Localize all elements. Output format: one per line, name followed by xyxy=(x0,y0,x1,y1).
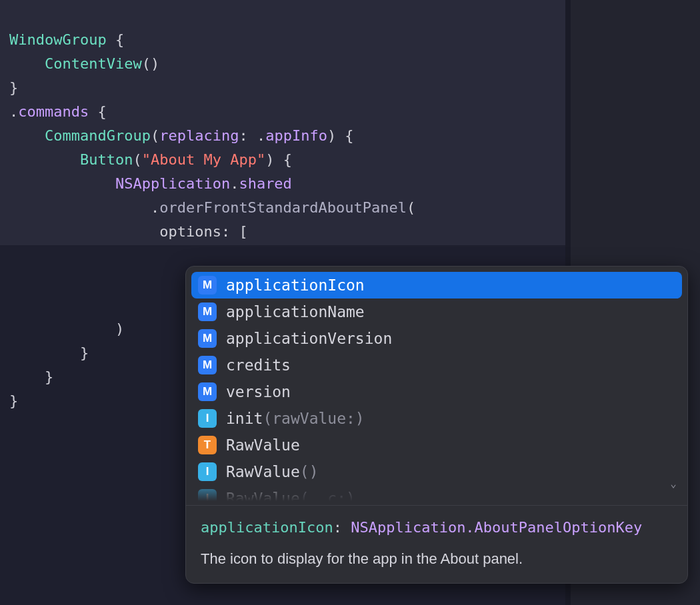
autocomplete-item-label: applicationName xyxy=(226,300,365,324)
initializer-badge-icon: I xyxy=(198,462,217,481)
initializer-badge-icon: I xyxy=(198,489,217,501)
code-token: } xyxy=(9,79,18,96)
code-token: ( xyxy=(407,199,415,216)
member-badge-icon: M xyxy=(198,356,217,374)
autocomplete-item-label: RawValue xyxy=(226,460,300,484)
code-token: options xyxy=(159,223,221,240)
code-token xyxy=(9,127,45,144)
autocomplete-item-init[interactable]: I init (rawValue:) xyxy=(191,405,682,432)
autocomplete-item-signature: (_ c:) xyxy=(300,486,355,501)
code-token: () xyxy=(142,55,160,72)
autocomplete-item-RawValue-init[interactable]: I RawValue () xyxy=(191,458,682,485)
autocomplete-item-label: applicationVersion xyxy=(226,326,392,350)
code-token xyxy=(9,175,115,192)
autocomplete-item-RawValue-init2[interactable]: I RawValue (_ c:) xyxy=(191,485,682,501)
code-token xyxy=(9,223,159,240)
member-badge-icon: M xyxy=(198,276,217,295)
autocomplete-item-label: credits xyxy=(226,353,291,377)
autocomplete-list[interactable]: M applicationIcon M applicationName M ap… xyxy=(186,267,687,501)
code-token: commands xyxy=(18,103,89,120)
code-token xyxy=(9,151,80,168)
code-token: : [ xyxy=(221,223,248,240)
autocomplete-item-label: init xyxy=(226,406,263,430)
code-token: CommandGroup xyxy=(45,127,151,144)
code-token: : . xyxy=(239,127,265,144)
code-token: . xyxy=(9,273,203,289)
code-token: } xyxy=(9,392,18,409)
autocomplete-doc-panel: applicationIcon: NSApplication.AboutPane… xyxy=(186,506,687,583)
code-token: appInfo xyxy=(265,127,327,144)
doc-signature-name: applicationIcon xyxy=(201,519,333,536)
code-token: ) { xyxy=(265,151,292,168)
autocomplete-item-applicationIcon[interactable]: M applicationIcon xyxy=(191,272,682,299)
code-token xyxy=(9,55,45,72)
autocomplete-item-signature: () xyxy=(300,460,319,484)
autocomplete-item-label: version xyxy=(226,380,291,404)
code-token: ( xyxy=(133,151,141,168)
code-token: } xyxy=(9,368,53,385)
autocomplete-item-version[interactable]: M version xyxy=(191,378,682,405)
autocomplete-item-applicationVersion[interactable]: M applicationVersion xyxy=(191,325,682,352)
doc-signature-sep: : xyxy=(333,519,351,536)
code-token: ContentView xyxy=(45,55,142,72)
member-badge-icon: M xyxy=(198,382,217,401)
member-badge-icon: M xyxy=(198,302,217,321)
doc-description: The icon to display for the app in the A… xyxy=(201,548,673,570)
code-token: shared xyxy=(239,175,291,192)
code-token: replacing xyxy=(159,127,239,144)
code-token: . xyxy=(9,199,159,216)
autocomplete-item-RawValue-type[interactable]: T RawValue xyxy=(191,432,682,458)
autocomplete-item-signature: (rawValue:) xyxy=(263,406,364,430)
autocomplete-item-credits[interactable]: M credits xyxy=(191,352,682,378)
code-token: . xyxy=(230,175,239,192)
type-badge-icon: T xyxy=(198,436,217,454)
code-token: { xyxy=(107,31,125,48)
initializer-badge-icon: I xyxy=(198,409,217,428)
code-token: . xyxy=(9,103,18,120)
code-token: ( xyxy=(151,127,159,144)
code-token: { xyxy=(89,103,107,120)
autocomplete-popup[interactable]: M applicationIcon M applicationName M ap… xyxy=(185,266,688,584)
autocomplete-item-applicationName[interactable]: M applicationName xyxy=(191,299,682,325)
code-token: ) xyxy=(9,320,124,337)
code-token: Button xyxy=(80,151,133,168)
code-token: WindowGroup xyxy=(9,31,107,48)
doc-signature-type: NSApplication.AboutPanelOptionKey xyxy=(351,519,642,536)
code-editor-upper[interactable]: WindowGroup { ContentView() } .commands … xyxy=(0,0,565,245)
doc-signature: applicationIcon: NSApplication.AboutPane… xyxy=(201,516,673,538)
code-token: ) { xyxy=(327,127,354,144)
code-token: "About My App" xyxy=(142,151,265,168)
autocomplete-item-label: applicationIcon xyxy=(226,273,365,297)
member-badge-icon: M xyxy=(198,329,217,348)
code-token: } xyxy=(9,344,89,361)
code-token: orderFrontStandardAboutPanel xyxy=(159,199,407,216)
autocomplete-item-label: RawValue xyxy=(226,433,300,457)
code-token: NSApplication xyxy=(115,175,230,192)
autocomplete-item-label: RawValue xyxy=(226,486,300,501)
